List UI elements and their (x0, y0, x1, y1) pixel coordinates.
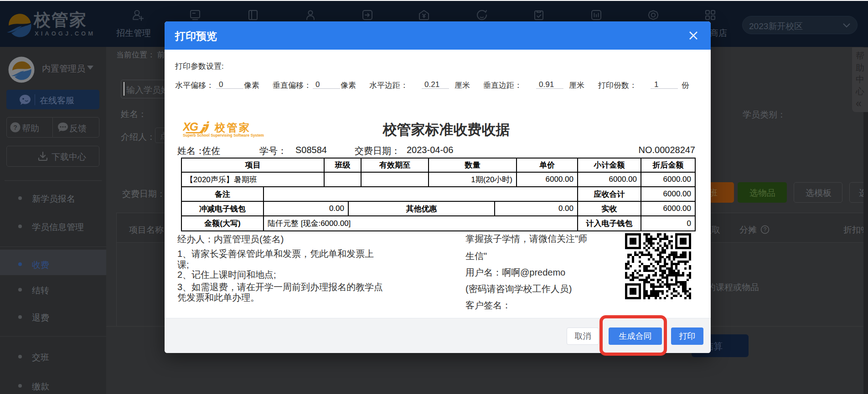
svg-text:?: ? (13, 124, 17, 131)
svg-text:?: ? (764, 226, 767, 233)
svg-text:校管家: 校管家 (214, 122, 251, 133)
svg-text:Superb School Supervising Soft: Superb School Supervising Software Syste… (183, 133, 264, 138)
svg-text:XG: XG (183, 121, 198, 133)
